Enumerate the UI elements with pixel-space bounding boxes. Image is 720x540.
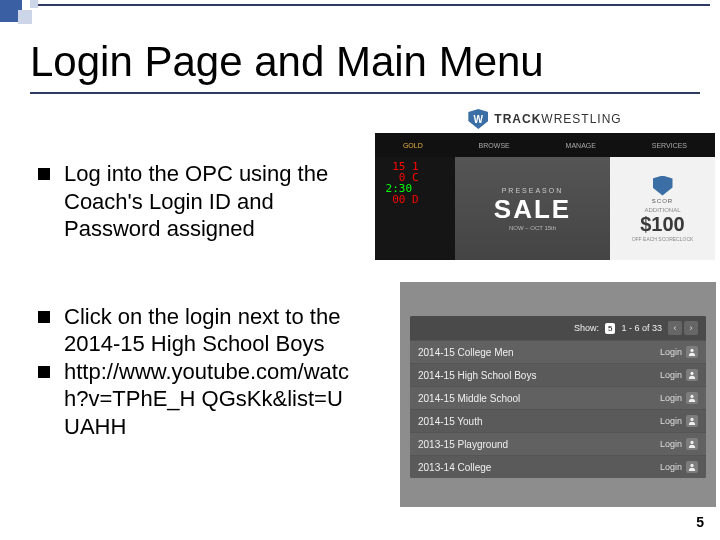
tw-logo-icon: W: [468, 109, 488, 129]
scoreboard-graphic: 15 1 0 C 2:30 00 D: [375, 157, 455, 260]
season-label: 2014-15 College Men: [418, 347, 514, 358]
sale-big-text: SALE: [494, 194, 571, 225]
season-row: 2014-15 Middle SchoolLogin: [410, 386, 706, 409]
login-button[interactable]: Login: [660, 369, 698, 381]
promo-off-text: OFF EACH SCORECLOCK: [632, 236, 694, 242]
user-icon: [686, 461, 698, 473]
season-row: 2014-15 YouthLogin: [410, 409, 706, 432]
user-icon: [686, 346, 698, 358]
list-item: http://www.youtube.com/watch?v=TPhE_H QG…: [38, 358, 358, 441]
login-button[interactable]: Login: [660, 461, 698, 473]
bullet-marker-icon: [38, 168, 50, 180]
user-icon: [686, 438, 698, 450]
list-item: Log into the OPC using the Coach's Login…: [38, 160, 358, 243]
pager-next-button[interactable]: ›: [684, 321, 698, 335]
svg-point-4: [690, 441, 693, 444]
show-bar: Show: 5 1 - 6 of 33 ‹ ›: [410, 316, 706, 340]
season-row: 2014-15 High School BoysLogin: [410, 363, 706, 386]
login-button[interactable]: Login: [660, 392, 698, 404]
promo-scor-text: SCOR: [652, 198, 673, 204]
bullet-list: Log into the OPC using the Coach's Login…: [38, 160, 358, 500]
login-button[interactable]: Login: [660, 415, 698, 427]
svg-point-0: [690, 349, 693, 352]
bullet-marker-icon: [38, 366, 50, 378]
svg-point-2: [690, 395, 693, 398]
bullet-text: Click on the login next to the 2014-15 H…: [64, 303, 358, 358]
login-button[interactable]: Login: [660, 346, 698, 358]
page-title: Login Page and Main Menu: [30, 38, 544, 86]
season-label: 2014-15 Middle School: [418, 393, 520, 404]
promo-shield-icon: [653, 176, 673, 196]
tw-nav: GOLD BROWSE MANAGE SERVICES: [375, 133, 715, 157]
tw-header: W TRACKWRESTLING: [375, 105, 715, 133]
nav-item-manage[interactable]: MANAGE: [566, 142, 596, 149]
page-number: 5: [696, 514, 704, 530]
tw-brand-text: TRACKWRESTLING: [494, 112, 621, 126]
nav-item-services[interactable]: SERVICES: [652, 142, 687, 149]
promo-amount: $100: [640, 213, 685, 236]
login-button[interactable]: Login: [660, 438, 698, 450]
user-icon: [686, 415, 698, 427]
nav-item-browse[interactable]: BROWSE: [479, 142, 510, 149]
user-icon: [686, 369, 698, 381]
season-row: 2013-15 PlaygroundLogin: [410, 432, 706, 455]
sale-pre-text: PRESEASON: [502, 187, 564, 194]
sale-sub-text: NOW – OCT 15th: [509, 225, 556, 231]
pager: ‹ ›: [668, 321, 698, 335]
show-range: 1 - 6 of 33: [621, 323, 662, 333]
season-list-screenshot: Show: 5 1 - 6 of 33 ‹ › 2014-15 College …: [400, 282, 716, 507]
promo-panel: SCOR ADDITIONAL $100 OFF EACH SCORECLOCK: [610, 157, 715, 260]
season-label: 2013-15 Playground: [418, 439, 508, 450]
pager-prev-button[interactable]: ‹: [668, 321, 682, 335]
svg-point-3: [690, 418, 693, 421]
list-item: Click on the login next to the 2014-15 H…: [38, 303, 358, 358]
bullet-text: Log into the OPC using the Coach's Login…: [64, 160, 358, 243]
bullet-marker-icon: [38, 311, 50, 323]
season-label: 2013-14 College: [418, 462, 491, 473]
season-panel: Show: 5 1 - 6 of 33 ‹ › 2014-15 College …: [410, 316, 706, 478]
trackwrestling-screenshot: W TRACKWRESTLING GOLD BROWSE MANAGE SERV…: [375, 105, 715, 260]
show-select[interactable]: 5: [605, 323, 615, 334]
svg-point-1: [690, 372, 693, 375]
season-label: 2014-15 Youth: [418, 416, 483, 427]
sale-banner: PRESEASON SALE NOW – OCT 15th: [455, 157, 610, 260]
season-label: 2014-15 High School Boys: [418, 370, 536, 381]
bullet-link-text: http://www.youtube.com/watch?v=TPhE_H QG…: [64, 358, 358, 441]
slide-top-rule: [38, 4, 710, 6]
svg-point-5: [690, 464, 693, 467]
show-label: Show:: [574, 323, 599, 333]
season-row: 2014-15 College MenLogin: [410, 340, 706, 363]
nav-item-gold[interactable]: GOLD: [403, 142, 423, 149]
title-underline: [30, 92, 700, 94]
user-icon: [686, 392, 698, 404]
season-row: 2013-14 CollegeLogin: [410, 455, 706, 478]
